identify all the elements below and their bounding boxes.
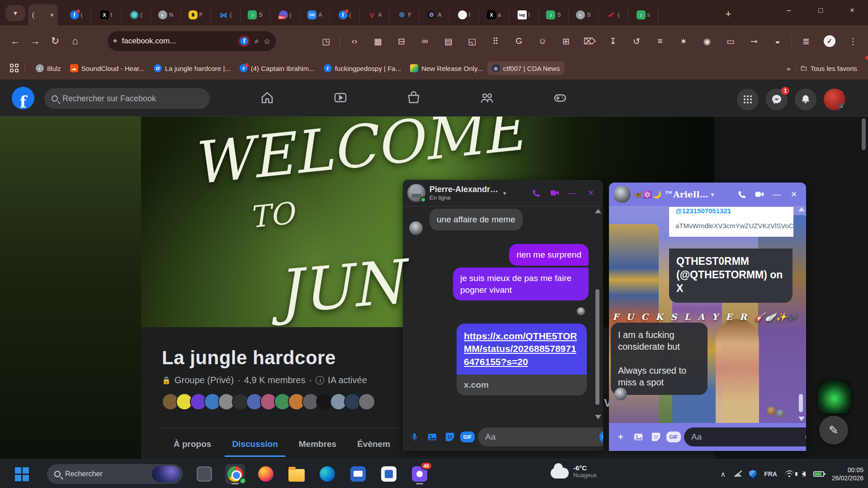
chat1-header[interactable]: Pierre-Alexandr… En ligne ▾ — × bbox=[403, 180, 603, 206]
mail-app-icon[interactable] bbox=[348, 464, 368, 484]
clock[interactable]: 00:05 26/02/2026 bbox=[832, 466, 863, 482]
tab-discussion[interactable]: Discussion bbox=[225, 433, 285, 457]
start-button[interactable] bbox=[14, 466, 30, 482]
chrome-icon[interactable]: ✓ bbox=[225, 464, 245, 484]
favorites-icon[interactable]: ✶ bbox=[674, 32, 693, 51]
cast-icon[interactable]: ◱ bbox=[462, 32, 481, 51]
gif-icon[interactable]: GIF bbox=[460, 432, 475, 442]
bookmarks-overflow[interactable]: » bbox=[782, 62, 795, 75]
edge-icon[interactable] bbox=[317, 464, 337, 484]
nav-watch-icon[interactable] bbox=[326, 84, 354, 111]
tab-soundcloud[interactable]: S bbox=[241, 6, 270, 23]
new-tab-button[interactable]: + bbox=[721, 6, 736, 22]
link-icon[interactable]: ∞ bbox=[415, 32, 434, 51]
taskbar-search[interactable]: Rechercher bbox=[47, 464, 183, 484]
sticker-icon[interactable] bbox=[443, 430, 457, 444]
nav-marketplace-icon[interactable] bbox=[400, 84, 428, 111]
tab-a-propos[interactable]: À propos bbox=[166, 433, 218, 457]
tweet-title-message[interactable]: QTHEST0RMM (@QTHE5TORMM) on X bbox=[669, 249, 793, 303]
messenger-button[interactable]: 1 bbox=[766, 89, 788, 110]
onedrive-paused-icon[interactable]: ☁ bbox=[733, 469, 741, 479]
tab-3k[interactable]: 3k+( bbox=[270, 6, 300, 23]
history-icon[interactable]: ↺ bbox=[627, 32, 646, 51]
bookmark-la-jungle[interactable]: f La jungle hardcore |... bbox=[149, 61, 235, 75]
video-call-icon[interactable] bbox=[752, 187, 767, 202]
scroll-up-icon[interactable] bbox=[595, 209, 601, 213]
facebook-logo[interactable]: f bbox=[12, 87, 34, 109]
chat2-header[interactable]: 🦋🔯🌙 ™Ariell… ▾ — × bbox=[609, 183, 806, 206]
profile-icon[interactable]: ☺ bbox=[533, 32, 552, 51]
tab-membres[interactable]: Membres bbox=[292, 433, 344, 457]
scroll-up-icon[interactable] bbox=[798, 207, 805, 211]
tab-flower[interactable]: ( bbox=[121, 6, 151, 23]
outgoing-message[interactable]: je suis mieux de pas me faire pogner viv… bbox=[453, 267, 589, 300]
sticker-icon[interactable] bbox=[649, 430, 663, 444]
tab-search-button[interactable]: ▾ bbox=[5, 5, 25, 21]
file-explorer-icon[interactable] bbox=[287, 464, 307, 484]
tweet-preview-card[interactable]: @1231507051321 aTMvWmdleXV3cmYwZUZVKzVlS… bbox=[669, 207, 793, 237]
window-minimize-button[interactable]: – bbox=[776, 0, 802, 21]
dev-code-icon[interactable]: ‹› bbox=[345, 32, 364, 51]
delete-icon[interactable]: ⌦ bbox=[580, 32, 599, 51]
minimize-chat-icon[interactable]: — bbox=[565, 185, 580, 201]
chat2-input[interactable] bbox=[684, 427, 806, 446]
security-shield-icon[interactable] bbox=[749, 470, 756, 478]
location-icon[interactable]: ◉ bbox=[698, 32, 717, 51]
member-avatar[interactable] bbox=[358, 393, 375, 410]
tab-keyhole[interactable]: F bbox=[181, 6, 211, 23]
forward-button[interactable]: → bbox=[25, 31, 45, 51]
zoom-icon[interactable]: ⌕ bbox=[255, 37, 259, 46]
tab-swoosh[interactable]: ( bbox=[599, 6, 628, 23]
active-tab[interactable]: ( × bbox=[28, 4, 58, 25]
battery-icon[interactable] bbox=[813, 471, 824, 477]
language-indicator[interactable]: FRA bbox=[764, 470, 777, 478]
gif-icon[interactable]: GIF bbox=[666, 432, 681, 442]
chat1-avatar[interactable] bbox=[407, 184, 425, 202]
devices-icon[interactable]: ⊟ bbox=[392, 32, 411, 51]
bookmark-new-release[interactable]: New Release Only... bbox=[406, 61, 487, 75]
minimize-chat-icon[interactable]: — bbox=[769, 187, 784, 202]
apps-menu-button[interactable] bbox=[737, 89, 759, 110]
home-button[interactable]: ⌂ bbox=[65, 31, 85, 51]
weather-widget[interactable]: -6°C Nuageux bbox=[551, 464, 597, 479]
tab-globe-2[interactable]: S bbox=[569, 6, 599, 23]
scrollbar-thumb[interactable] bbox=[595, 289, 599, 405]
tab-circle[interactable]: I bbox=[449, 6, 479, 23]
chevron-down-icon[interactable]: ▾ bbox=[711, 191, 714, 198]
close-chat-icon[interactable]: × bbox=[786, 187, 802, 202]
scroll-down-icon[interactable] bbox=[595, 415, 601, 419]
outgoing-message[interactable]: rien me surprend bbox=[509, 244, 589, 266]
bookmark-soundcloud[interactable]: ☁ SoundCloud - Hear... bbox=[66, 61, 149, 75]
shared-link[interactable]: https://x.com/QTHE5TORMM/status/20268857… bbox=[464, 331, 577, 367]
messaging-app-icon[interactable]: 49 bbox=[410, 464, 429, 484]
chat1-input[interactable] bbox=[478, 427, 603, 446]
tab-soundcloud-3[interactable]: s bbox=[628, 6, 658, 23]
url-text[interactable]: facebook.com... bbox=[122, 37, 234, 46]
nav-groups-icon[interactable] bbox=[473, 84, 501, 111]
link-message[interactable]: https://x.com/QTHE5TORMM/status/20268857… bbox=[457, 324, 587, 395]
address-bar[interactable]: ⌖ facebook.com... f ⌕ ☆ bbox=[108, 31, 276, 51]
tab-x[interactable]: t bbox=[91, 6, 121, 23]
close-chat-icon[interactable]: × bbox=[583, 185, 599, 201]
tab-globe[interactable]: N bbox=[151, 6, 181, 23]
wifi-icon[interactable] bbox=[785, 470, 794, 478]
translate-icon[interactable]: G bbox=[509, 32, 528, 51]
volume-icon[interactable] bbox=[802, 471, 806, 477]
voice-clip-icon[interactable] bbox=[407, 430, 422, 444]
tab-facebook-2[interactable]: ( bbox=[330, 6, 360, 23]
tweet-handle-link[interactable]: @1231507051321 bbox=[675, 207, 787, 215]
new-message-button[interactable]: ✎ bbox=[819, 416, 848, 445]
member-avatars[interactable] bbox=[162, 393, 372, 410]
firefox-icon[interactable] bbox=[256, 464, 276, 484]
notifications-button[interactable] bbox=[795, 89, 816, 110]
tray-expand-icon[interactable]: ∧ bbox=[720, 470, 726, 479]
bookmark-8lulz[interactable]: ◐ 8lulz bbox=[31, 61, 66, 75]
wallet-icon[interactable]: ▭ bbox=[721, 32, 740, 51]
print-icon[interactable]: ⊞ bbox=[557, 32, 576, 51]
tab-robot[interactable]: A bbox=[420, 6, 449, 23]
bookmark-captain[interactable]: f (4) Captain Ibrahim... bbox=[235, 61, 319, 75]
site-settings-icon[interactable]: ⌖ bbox=[113, 37, 118, 46]
tab-soundcloud-2[interactable]: S bbox=[539, 6, 569, 23]
chat2-avatar[interactable] bbox=[613, 186, 631, 203]
facebook-extension-badge[interactable]: f bbox=[238, 35, 250, 47]
